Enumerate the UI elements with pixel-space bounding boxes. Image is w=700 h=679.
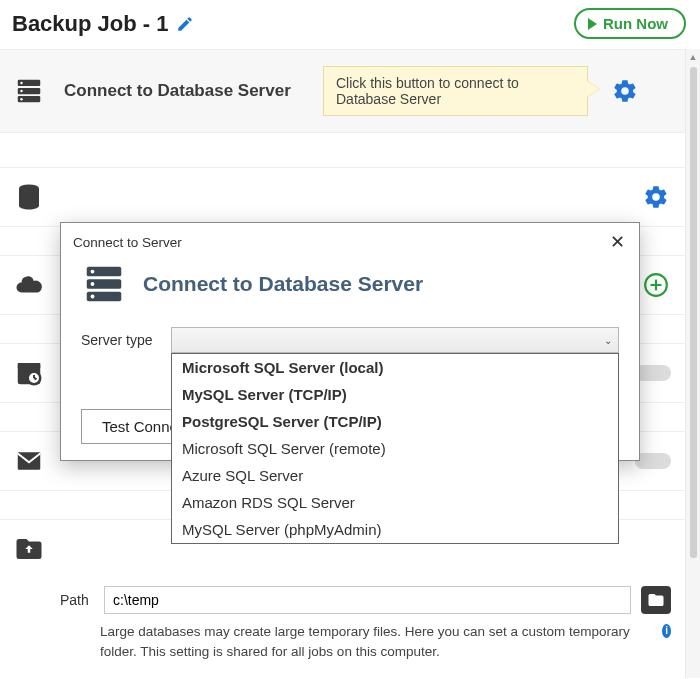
dropdown-option[interactable]: Amazon RDS SQL Server [172,489,618,516]
close-icon[interactable]: ✕ [606,229,629,255]
svg-point-18 [658,601,660,603]
dropdown-option[interactable]: MySQL Server (phpMyAdmin) [172,516,618,543]
dropdown-option[interactable]: PostgreSQL Server (TCP/IP) [172,408,618,435]
path-label: Path [60,592,94,608]
folder-timer-icon [14,534,50,564]
chevron-down-icon: ⌄ [604,335,612,346]
step-select-data[interactable] [0,167,685,227]
dialog-heading: Connect to Database Server [143,272,423,296]
path-row: Path [0,578,685,618]
scroll-thumb[interactable] [690,67,697,558]
info-icon[interactable]: i [662,624,671,638]
plus-circle-icon[interactable] [643,272,671,298]
connect-dialog: Connect to Server ✕ Connect to Database … [60,222,640,461]
server-type-dropdown: Microsoft SQL Server (local) MySQL Serve… [171,353,619,544]
dropdown-option[interactable]: MySQL Server (TCP/IP) [172,381,618,408]
svg-point-16 [653,601,655,603]
cloud-icon [14,270,50,300]
server-type-select[interactable]: ⌄ [171,327,619,353]
gear-icon[interactable] [612,78,640,104]
svg-line-14 [34,378,37,379]
vertical-scrollbar[interactable]: ▲ [685,49,700,678]
toggle-switch[interactable] [635,365,671,381]
path-input[interactable] [104,586,631,614]
gear-icon[interactable] [643,184,671,210]
connect-tooltip: Click this button to connect to Database… [323,66,588,116]
edit-icon[interactable] [176,15,194,33]
database-icon [14,182,50,212]
svg-point-3 [20,82,23,85]
step-connect-db[interactable]: Connect to Database Server Click this bu… [0,49,685,133]
dropdown-option[interactable]: Azure SQL Server [172,462,618,489]
page-title: Backup Job - 1 [12,11,168,37]
dialog-titlebar-text: Connect to Server [73,235,182,250]
svg-point-22 [91,270,95,274]
play-icon [588,18,597,30]
step-connect-db-title: Connect to Database Server [64,81,309,101]
calendar-clock-icon [14,358,50,388]
server-icon [14,76,50,106]
toggle-switch[interactable] [635,453,671,469]
server-icon [81,261,127,307]
svg-point-17 [655,601,657,603]
dropdown-option[interactable]: Microsoft SQL Server (local) [172,354,618,381]
path-hint-text: Large databases may create large tempora… [100,622,655,661]
scroll-up-icon[interactable]: ▲ [689,49,698,65]
path-hint: Large databases may create large tempora… [0,618,685,671]
server-type-label: Server type [81,327,161,348]
run-now-label: Run Now [603,15,668,32]
svg-point-4 [20,90,23,93]
envelope-icon [14,446,50,476]
svg-point-5 [20,98,23,101]
svg-point-24 [91,295,95,299]
browse-button[interactable] [641,586,671,614]
page-header: Backup Job - 1 Run Now [0,0,700,49]
svg-rect-11 [18,363,41,368]
svg-point-23 [91,282,95,286]
dropdown-option[interactable]: Microsoft SQL Server (remote) [172,435,618,462]
connect-tooltip-text: Click this button to connect to Database… [336,75,519,107]
run-now-button[interactable]: Run Now [574,8,686,39]
